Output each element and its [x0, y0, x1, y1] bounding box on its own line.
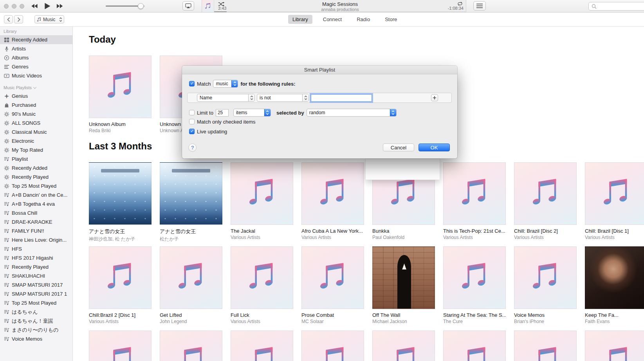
sidebar-item[interactable]: A+B Togetha 4 eva — [0, 199, 72, 208]
album-card[interactable]: Chill: Brazil [Disc 2]Various Artists — [514, 162, 577, 241]
sidebar-item[interactable]: ALL SONGS — [0, 119, 72, 128]
sidebar-item[interactable]: Recently Played — [0, 172, 72, 181]
cancel-button[interactable]: Cancel — [383, 144, 414, 151]
album-art-note[interactable] — [372, 330, 435, 361]
sidebar-item[interactable]: Electronic — [0, 136, 72, 145]
rule-operator-popup[interactable]: is not — [257, 94, 309, 102]
album-art-note[interactable] — [514, 246, 577, 309]
album-art-note[interactable] — [89, 330, 152, 361]
add-rule-button[interactable] — [431, 94, 438, 101]
album-card[interactable]: Off The WallMichael Jackson — [372, 246, 435, 325]
rule-field-popup[interactable]: Name — [197, 94, 255, 102]
next-button[interactable] — [56, 4, 64, 9]
album-art-note[interactable] — [443, 162, 506, 225]
volume-slider[interactable] — [106, 0, 145, 12]
sidebar-item[interactable]: Recently Played — [0, 262, 72, 271]
album-card[interactable] — [301, 330, 364, 361]
album-card[interactable]: アナと雪の女王松たか子 — [160, 162, 222, 241]
limit-value-input[interactable]: 25 — [216, 109, 229, 117]
sidebar-item[interactable]: HFS 2017 Higashi — [0, 253, 72, 262]
sidebar-item[interactable]: 90's Music — [0, 110, 72, 119]
back-button[interactable] — [4, 15, 13, 23]
sidebar-item[interactable]: Bossa Chill — [0, 208, 72, 217]
album-art-note[interactable] — [301, 246, 364, 309]
match-checkbox[interactable] — [189, 81, 195, 86]
sidebar-item[interactable]: SMAP MATSURI 2017 1 — [0, 289, 72, 298]
album-art-note[interactable] — [89, 246, 152, 309]
sidebar-item[interactable]: My Top Rated — [0, 145, 72, 154]
album-art-note[interactable] — [160, 330, 222, 361]
sidebar-playlists-header[interactable]: Music Playlists — [0, 83, 72, 92]
sidebar-item[interactable]: Music Videos — [0, 71, 72, 80]
album-card[interactable]: Staring At The Sea: The S...The Cure — [443, 246, 506, 325]
sidebar-item[interactable]: Voice Memos — [0, 334, 72, 343]
album-card[interactable]: Chill: Brazil [Disc 1]Various Artists — [585, 162, 644, 241]
forward-button[interactable] — [14, 15, 23, 23]
album-art-note[interactable] — [585, 162, 644, 225]
volume-knob[interactable] — [138, 3, 144, 9]
playback-progress[interactable] — [214, 11, 466, 12]
album-card[interactable] — [231, 330, 293, 361]
album-card[interactable] — [160, 330, 222, 361]
ok-button[interactable]: OK — [419, 144, 450, 151]
minimize-window-button[interactable] — [12, 4, 16, 9]
album-card[interactable]: Full LickVarious Artists — [231, 246, 293, 325]
tab-library[interactable]: Library — [288, 15, 312, 24]
sidebar-item[interactable]: Albums — [0, 53, 72, 62]
sidebar-item[interactable]: Here Lies Love: Origin... — [0, 235, 72, 244]
album-card[interactable]: Afro Cuba A La New York...Various Artist… — [301, 162, 364, 241]
album-art-note[interactable] — [231, 246, 293, 309]
sidebar-item[interactable]: Classical Music — [0, 128, 72, 136]
album-art-note[interactable] — [585, 330, 644, 361]
album-art-frozen[interactable] — [89, 162, 152, 225]
album-card[interactable]: Voice MemosBrian's iPhone — [514, 246, 577, 325]
album-card[interactable]: Chill:Brazil 2 [Disc 1]Various Artists — [89, 246, 152, 325]
album-card[interactable]: Prose CombatMC Solaar — [301, 246, 364, 325]
album-card[interactable] — [514, 330, 577, 361]
album-art-note[interactable] — [443, 330, 506, 361]
album-art-faith[interactable] — [585, 246, 644, 309]
sidebar-item[interactable]: DRAE-KARAOKE — [0, 217, 72, 226]
sidebar-item[interactable]: Recently Added — [0, 35, 72, 44]
sidebar-item[interactable]: HFS — [0, 244, 72, 253]
sidebar-item[interactable]: Top 25 Most Played — [0, 298, 72, 307]
album-card[interactable] — [89, 330, 152, 361]
album-art-mj[interactable] — [372, 246, 435, 309]
album-art-note[interactable] — [514, 162, 577, 225]
sidebar-item[interactable]: SHAKUHACHI — [0, 271, 72, 280]
sidebar-item[interactable]: はるちゃん！童謡 — [0, 316, 72, 325]
album-art-note[interactable] — [443, 246, 506, 309]
sidebar-item[interactable]: まさのり〜のりもの — [0, 325, 72, 334]
tab-store[interactable]: Store — [381, 15, 401, 24]
album-art-note[interactable] — [514, 330, 577, 361]
zoom-window-button[interactable] — [20, 4, 24, 9]
sidebar-item[interactable]: Recently Added — [0, 163, 72, 172]
album-card[interactable]: The JackalVarious Artists — [231, 162, 293, 241]
sidebar-item[interactable]: FAMILY FUN!! — [0, 226, 72, 235]
album-art-note[interactable] — [89, 56, 152, 118]
album-art-note[interactable] — [231, 330, 293, 361]
album-card[interactable]: アナと雪の女王神田沙也加, 松 たか子 — [89, 162, 152, 241]
play-button[interactable] — [44, 2, 51, 10]
sidebar-item[interactable]: はるちゃん — [0, 307, 72, 316]
sidebar-item[interactable]: Artists — [0, 44, 72, 53]
search-input[interactable] — [588, 2, 644, 11]
album-card[interactable]: Get LiftedJohn Legend — [160, 246, 222, 325]
sidebar-item[interactable]: SMAP MATSURI 2017 — [0, 280, 72, 289]
sidebar-item[interactable]: Genres — [0, 62, 72, 71]
match-only-checked-checkbox[interactable] — [189, 119, 195, 124]
previous-button[interactable] — [31, 4, 38, 9]
up-next-button[interactable] — [473, 1, 486, 11]
album-card[interactable] — [585, 330, 644, 361]
rule-value-input[interactable] — [311, 94, 372, 102]
album-art-note[interactable] — [231, 162, 293, 225]
album-art-note[interactable] — [160, 246, 222, 309]
tab-radio[interactable]: Radio — [352, 15, 374, 24]
sidebar-item[interactable]: Top 25 Most Played — [0, 181, 72, 190]
album-card[interactable]: Unknown AlbumReda Briki — [89, 56, 152, 134]
album-art-frozen2[interactable] — [160, 162, 222, 225]
album-art-note[interactable] — [301, 330, 364, 361]
album-card[interactable] — [372, 330, 435, 361]
sidebar-item[interactable]: Playlist — [0, 154, 72, 163]
airplay-button[interactable] — [182, 1, 194, 11]
